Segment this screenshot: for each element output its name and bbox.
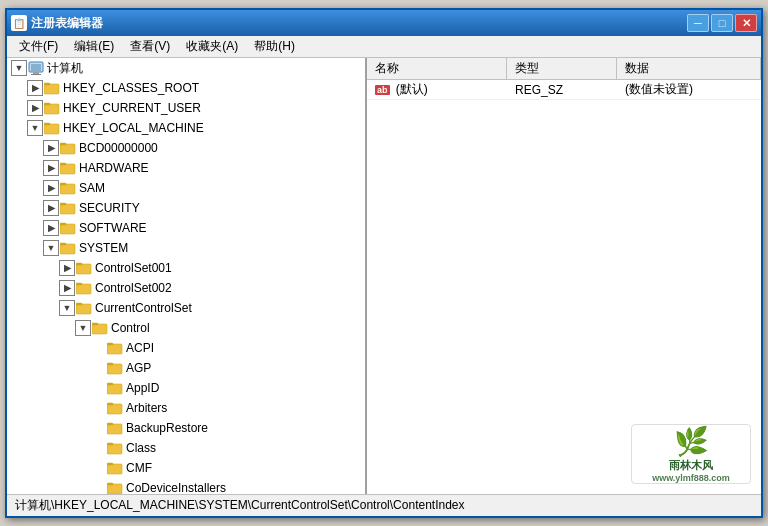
folder-icon-appid: [107, 381, 123, 395]
svg-rect-18: [60, 203, 66, 205]
folder-icon-controlset002: [76, 281, 92, 295]
folder-icon-hardware: [60, 161, 76, 175]
expand-hardware[interactable]: ▶: [43, 160, 59, 176]
expand-controlset002[interactable]: ▶: [59, 280, 75, 296]
menu-view[interactable]: 查看(V): [122, 36, 178, 57]
tree-item-software[interactable]: ▶ SOFTWARE: [7, 218, 365, 238]
expand-system[interactable]: ▼: [43, 240, 59, 256]
folder-icon-software: [60, 221, 76, 235]
svg-rect-31: [107, 344, 122, 354]
placeholder-agp: [91, 360, 107, 376]
svg-rect-11: [60, 144, 75, 154]
tree-item-codeviceinstallers[interactable]: CoDeviceInstallers: [7, 478, 365, 494]
status-text: 计算机\HKEY_LOCAL_MACHINE\SYSTEM\CurrentCon…: [15, 497, 465, 514]
tree-item-class[interactable]: Class: [7, 438, 365, 458]
ab-icon: ab: [375, 85, 390, 95]
svg-rect-43: [107, 464, 122, 474]
folder-icon-hkcu: [44, 101, 60, 115]
maximize-button[interactable]: □: [711, 14, 733, 32]
tree-item-hkcr[interactable]: ▶ HKEY_CLASSES_ROOT: [7, 78, 365, 98]
data-rows[interactable]: ab (默认) REG_SZ (数值未设置): [367, 80, 761, 287]
label-acpi: ACPI: [126, 341, 154, 355]
svg-rect-42: [107, 443, 113, 445]
folder-icon-arbiters: [107, 401, 123, 415]
menu-favorites[interactable]: 收藏夹(A): [178, 36, 246, 57]
tree-item-security[interactable]: ▶ SECURITY: [7, 198, 365, 218]
expand-computer[interactable]: ▼: [11, 60, 27, 76]
folder-icon-controlset001: [76, 261, 92, 275]
tree-item-arbiters[interactable]: Arbiters: [7, 398, 365, 418]
folder-icon-ccs: [76, 301, 92, 315]
tree-item-controlset002[interactable]: ▶ ControlSet002: [7, 278, 365, 298]
tree-item-hklm[interactable]: ▼ HKEY_LOCAL_MACHINE: [7, 118, 365, 138]
folder-icon-sam: [60, 181, 76, 195]
tree-item-hardware[interactable]: ▶ HARDWARE: [7, 158, 365, 178]
svg-rect-7: [44, 104, 59, 114]
tree-item-computer[interactable]: ▼ 计算机: [7, 58, 365, 78]
table-row[interactable]: ab (默认) REG_SZ (数值未设置): [367, 80, 761, 100]
svg-rect-26: [76, 283, 82, 285]
label-ccs: CurrentControlSet: [95, 301, 192, 315]
col-header-name[interactable]: 名称: [367, 58, 507, 79]
cell-data: (数值未设置): [617, 80, 761, 100]
tree-item-ccs[interactable]: ▼ CurrentControlSet: [7, 298, 365, 318]
svg-rect-44: [107, 463, 113, 465]
menu-help[interactable]: 帮助(H): [246, 36, 303, 57]
tree-item-backuprestore[interactable]: BackupRestore: [7, 418, 365, 438]
tree-item-hkcu[interactable]: ▶ HKEY_CURRENT_USER: [7, 98, 365, 118]
expand-hkcr[interactable]: ▶: [27, 80, 43, 96]
label-controlset002: ControlSet002: [95, 281, 172, 295]
main-window: 📋 注册表编辑器 ─ □ ✕ 文件(F) 编辑(E) 查看(V) 收藏夹(A) …: [5, 8, 763, 518]
menu-file[interactable]: 文件(F): [11, 36, 66, 57]
watermark-url: www.ylmf888.com: [652, 473, 730, 483]
tree-item-appid[interactable]: AppID: [7, 378, 365, 398]
svg-rect-15: [60, 184, 75, 194]
folder-icon-security: [60, 201, 76, 215]
expand-software[interactable]: ▶: [43, 220, 59, 236]
right-pane: 名称 类型 数据 ab (默认) REG_SZ (数值未设置): [367, 58, 761, 494]
expand-hklm[interactable]: ▼: [27, 120, 43, 136]
tree-item-controlset001[interactable]: ▶ ControlSet001: [7, 258, 365, 278]
svg-rect-28: [76, 303, 82, 305]
expand-control[interactable]: ▼: [75, 320, 91, 336]
folder-icon-hkcr: [44, 81, 60, 95]
tree-item-control[interactable]: ▼ Control: [7, 318, 365, 338]
tree-item-acpi[interactable]: ACPI: [7, 338, 365, 358]
tree-pane[interactable]: ▼ 计算机 ▶ HKEY_CLASSES_ROO: [7, 58, 367, 494]
expand-sam[interactable]: ▶: [43, 180, 59, 196]
minimize-button[interactable]: ─: [687, 14, 709, 32]
label-hkcr: HKEY_CLASSES_ROOT: [63, 81, 199, 95]
col-header-type[interactable]: 类型: [507, 58, 617, 79]
window-controls: ─ □ ✕: [687, 14, 757, 32]
svg-rect-40: [107, 423, 113, 425]
label-class: Class: [126, 441, 156, 455]
expand-bcd[interactable]: ▶: [43, 140, 59, 156]
menu-edit[interactable]: 编辑(E): [66, 36, 122, 57]
tree-item-sam[interactable]: ▶ SAM: [7, 178, 365, 198]
svg-rect-19: [60, 224, 75, 234]
expand-ccs[interactable]: ▼: [59, 300, 75, 316]
tree-item-bcd[interactable]: ▶ BCD00000000: [7, 138, 365, 158]
label-hklm: HKEY_LOCAL_MACHINE: [63, 121, 204, 135]
label-bcd: BCD00000000: [79, 141, 158, 155]
tree-item-agp[interactable]: AGP: [7, 358, 365, 378]
expand-controlset001[interactable]: ▶: [59, 260, 75, 276]
computer-icon: [28, 60, 44, 76]
svg-rect-21: [60, 244, 75, 254]
tree-item-system[interactable]: ▼ SYSTEM: [7, 238, 365, 258]
svg-rect-36: [107, 383, 113, 385]
col-header-data[interactable]: 数据: [617, 58, 761, 79]
tree-item-cmf[interactable]: CMF: [7, 458, 365, 478]
label-software: SOFTWARE: [79, 221, 147, 235]
svg-rect-3: [31, 74, 41, 75]
watermark: 🌿 雨林木风 www.ylmf888.com: [631, 424, 751, 484]
expand-security[interactable]: ▶: [43, 200, 59, 216]
app-icon: 📋: [11, 15, 27, 31]
expand-hkcu[interactable]: ▶: [27, 100, 43, 116]
svg-rect-30: [92, 323, 98, 325]
label-agp: AGP: [126, 361, 151, 375]
close-button[interactable]: ✕: [735, 14, 757, 32]
svg-rect-10: [44, 123, 50, 125]
label-codeviceinstallers: CoDeviceInstallers: [126, 481, 226, 494]
label-sam: SAM: [79, 181, 105, 195]
